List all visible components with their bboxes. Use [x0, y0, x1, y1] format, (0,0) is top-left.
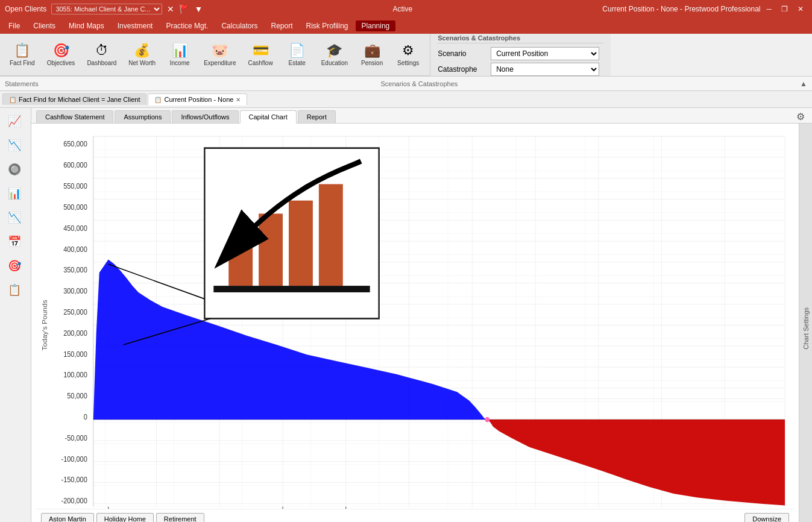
svg-text:600,000: 600,000: [63, 162, 87, 169]
svg-text:350,000: 350,000: [63, 266, 87, 274]
delete-icon[interactable]: ✕: [167, 4, 174, 14]
holiday-home-btn[interactable]: Holiday Home: [96, 513, 154, 522]
svg-text:650,000: 650,000: [63, 140, 87, 148]
svg-text:100,000: 100,000: [63, 371, 87, 379]
cashflow-icon: 💳: [253, 43, 269, 58]
aston-martin-btn[interactable]: Aston Martin: [41, 513, 94, 522]
objectives-icon: 🎯: [53, 43, 69, 58]
sidebar-trend-btn[interactable]: 📉: [2, 134, 27, 156]
chart-area: Cashflow Statement Assumptions Inflows/O…: [31, 108, 812, 522]
svg-text:450,000: 450,000: [63, 224, 87, 232]
education-label: Education: [321, 60, 348, 66]
fact-find-tab[interactable]: 📋 Fact Find for Michael Client = Jane Cl…: [2, 93, 146, 105]
collapse-btn[interactable]: ▲: [800, 80, 807, 88]
chart-settings-icon[interactable]: ⚙: [796, 111, 805, 122]
income-btn[interactable]: 📊 Income: [163, 37, 197, 73]
scenarios-catastrophes-label: Scenarios & Catastrophes: [380, 80, 458, 87]
objectives-btn[interactable]: 🎯 Objectives: [42, 37, 80, 73]
open-clients-label: Open Clients: [5, 5, 46, 13]
cashflow-btn[interactable]: 💳 Cashflow: [244, 37, 278, 73]
catastrophe-select[interactable]: None: [491, 63, 599, 76]
restore-btn[interactable]: ❐: [778, 5, 792, 13]
toolbar-container: 📋 Fact Find 🎯 Objectives ⏱ Dashboard 💰 N…: [0, 34, 812, 77]
sidebar-circle-btn[interactable]: 🔘: [2, 159, 27, 180]
sidebar-target-btn[interactable]: 🎯: [2, 255, 27, 277]
scenario-label: Scenario: [438, 49, 486, 58]
estate-icon: 📄: [289, 43, 305, 58]
net-worth-label: Net Worth: [128, 60, 156, 66]
client-selector[interactable]: 3055: Michael Client & Jane C...: [51, 4, 162, 14]
menu-calculators[interactable]: Calculators: [215, 20, 263, 31]
chart-settings-panel[interactable]: Chart Settings: [799, 124, 812, 522]
scenario-panel: Scenarios & Catastrophes Scenario Curren…: [430, 34, 611, 76]
minimize-btn[interactable]: ─: [763, 5, 775, 13]
net-worth-icon: 💰: [134, 43, 150, 58]
retirement-btn[interactable]: Retirement: [156, 513, 204, 522]
assumptions-tab[interactable]: Assumptions: [115, 110, 171, 123]
current-position-tab[interactable]: 📋 Current Position - None ✕: [148, 93, 247, 105]
catastrophe-label: Catastrophe: [438, 65, 486, 74]
income-label: Income: [170, 60, 190, 66]
svg-text:-100,000: -100,000: [61, 455, 87, 463]
menu-report[interactable]: Report: [265, 20, 298, 31]
report-tab[interactable]: Report: [298, 110, 336, 123]
svg-text:200,000: 200,000: [63, 329, 87, 337]
svg-text:Today's Pounds: Today's Pounds: [41, 300, 48, 350]
svg-text:300,000: 300,000: [63, 288, 87, 295]
pension-btn[interactable]: 💼 Pension: [355, 37, 389, 73]
fact-find-btn[interactable]: 📋 Fact Find: [5, 37, 40, 73]
scenarios-header: Scenarios & Catastrophes: [438, 34, 603, 43]
flag-icon[interactable]: 🚩: [179, 4, 189, 14]
fact-find-icon: 📋: [14, 43, 30, 58]
downsize-btn[interactable]: Downsize: [744, 513, 789, 522]
menu-file[interactable]: File: [2, 20, 26, 31]
sidebar-area-chart-btn[interactable]: 📉: [2, 207, 27, 228]
menu-practice-mgt[interactable]: Practice Mgt.: [160, 20, 214, 31]
estate-btn[interactable]: 📄 Estate: [280, 37, 314, 73]
svg-text:0: 0: [84, 414, 87, 421]
svg-text:50,000: 50,000: [67, 392, 87, 400]
settings-icon: ⚙: [402, 43, 414, 58]
catastrophe-row: Catastrophe None: [438, 63, 603, 76]
scenario-row: Scenario Current Position: [438, 47, 603, 60]
net-worth-btn[interactable]: 💰 Net Worth: [124, 37, 160, 73]
menu-risk-profiling[interactable]: Risk Profiling: [300, 20, 354, 31]
fact-find-tab-label: Fact Find for Michael Client = Jane Clie…: [19, 96, 140, 103]
expenditure-btn[interactable]: 🐷 Expenditure: [199, 37, 241, 73]
sidebar-area-btn[interactable]: 📋: [2, 279, 27, 301]
menu-mind-maps[interactable]: Mind Maps: [63, 20, 110, 31]
capital-chart-svg: 650,000 600,000 550,000 500,000 450,000 …: [36, 128, 794, 509]
title-right: Current Position - None - Prestwood Prof…: [602, 5, 807, 13]
more-icon[interactable]: ▼: [194, 4, 203, 14]
dashboard-icon: ⏱: [95, 43, 109, 58]
menu-planning[interactable]: Planning: [356, 20, 396, 31]
dashboard-btn[interactable]: ⏱ Dashboard: [82, 37, 121, 73]
objectives-label: Objectives: [47, 60, 75, 66]
sidebar-calendar-btn[interactable]: 📅: [2, 231, 27, 253]
title-active: Active: [392, 5, 412, 13]
income-icon: 📊: [172, 43, 188, 58]
tab-close-btn[interactable]: ✕: [236, 96, 241, 103]
svg-text:400,000: 400,000: [63, 245, 87, 253]
menu-investment[interactable]: Investment: [112, 20, 159, 31]
dashboard-label: Dashboard: [87, 60, 116, 66]
settings-label: Settings: [397, 60, 419, 66]
education-btn[interactable]: 🎓 Education: [316, 37, 353, 73]
svg-text:-150,000: -150,000: [61, 476, 87, 484]
capital-chart-tab[interactable]: Capital Chart: [240, 110, 297, 124]
close-window-btn[interactable]: ✕: [794, 5, 807, 13]
sidebar-bar-chart-btn[interactable]: 📊: [2, 183, 27, 204]
svg-rect-73: [289, 201, 313, 286]
sub-tabs: Cashflow Statement Assumptions Inflows/O…: [31, 108, 812, 124]
sub-tabs-left: Cashflow Statement Assumptions Inflows/O…: [36, 110, 336, 123]
menu-clients[interactable]: Clients: [27, 20, 61, 31]
svg-rect-74: [319, 184, 343, 286]
pension-icon: 💼: [364, 43, 380, 58]
sidebar-line-chart-btn[interactable]: 📈: [2, 110, 27, 132]
bottom-btns-left: Aston Martin Holiday Home Retirement: [41, 513, 204, 522]
inflows-outflows-tab[interactable]: Inflows/Outflows: [172, 110, 238, 123]
scenario-select[interactable]: Current Position: [491, 47, 599, 60]
settings-btn[interactable]: ⚙ Settings: [391, 37, 425, 73]
cashflow-statement-tab[interactable]: Cashflow Statement: [36, 110, 113, 123]
svg-text:250,000: 250,000: [63, 309, 87, 316]
